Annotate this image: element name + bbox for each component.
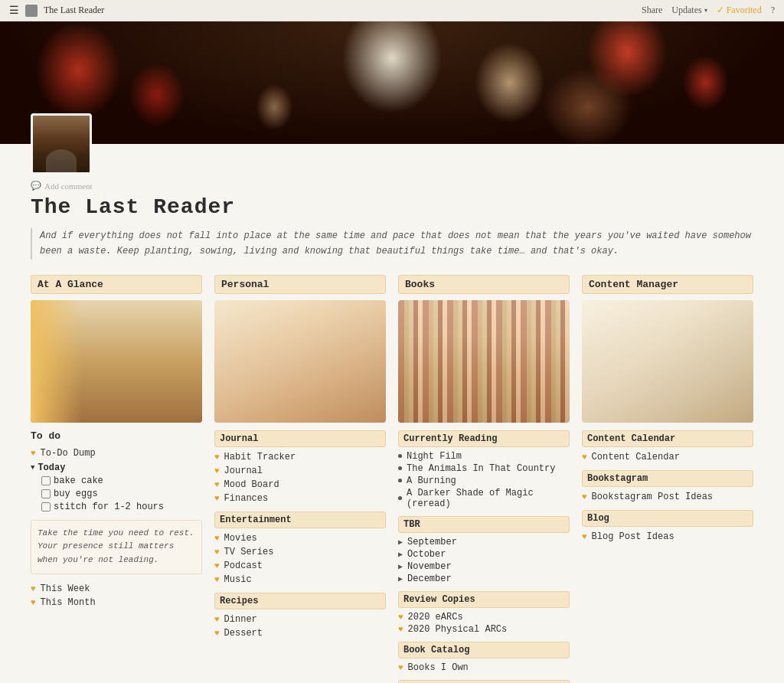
chevron-down-icon: ▾ — [704, 7, 707, 14]
heart-icon: ♥ — [214, 561, 220, 570]
habit-tracker-item[interactable]: ♥ Habit Tracker — [214, 450, 386, 464]
checkbox-3[interactable] — [41, 502, 51, 511]
dinner-item[interactable]: ♥ Dinner — [214, 613, 386, 626]
page-title: The Last Reader — [31, 195, 753, 219]
avatar — [31, 113, 92, 175]
heart-icon: ♥ — [398, 625, 403, 634]
heart-icon: ♥ — [214, 575, 220, 584]
content-area: 💬 Add comment The Last Reader And if eve… — [0, 181, 784, 683]
triangle-icon: ▼ — [31, 464, 34, 472]
tbr-header: TBR — [398, 516, 570, 533]
notion-logo — [25, 5, 38, 17]
movies-item[interactable]: ♥ Movies — [214, 531, 386, 545]
add-comment-button[interactable]: 💬 Add comment — [31, 181, 753, 191]
bullet-icon — [398, 479, 402, 482]
this-month-link[interactable]: ♥ This Month — [31, 596, 202, 609]
book-animals[interactable]: The Animals In That Country — [398, 462, 570, 475]
banner-overlay — [0, 21, 784, 144]
currently-reading-header: Currently Reading — [398, 430, 570, 447]
updates-button[interactable]: Updates ▾ — [671, 5, 707, 16]
at-a-glance-column: At A Glance To do ♥ To-Do Dump ▼ Today b… — [31, 275, 202, 609]
banner — [0, 21, 784, 144]
entertainment-header: Entertainment — [214, 511, 386, 528]
books-i-own-item[interactable]: ♥ Books I Own — [398, 662, 570, 674]
heart-icon: ♥ — [582, 492, 587, 502]
bookshelf-photo — [398, 300, 570, 423]
books-column: Books Currently Reading Night Film The A… — [398, 275, 570, 683]
share-button[interactable]: Share — [642, 5, 662, 16]
page-subtitle: And if everything does not fall into pla… — [31, 228, 753, 260]
heart-icon: ♥ — [214, 480, 220, 489]
blog-post-ideas-item[interactable]: ♥ Blog Post Ideas — [582, 530, 753, 544]
checkmark-icon: ✓ — [717, 5, 724, 16]
todo-dump-item[interactable]: ♥ To-Do Dump — [31, 446, 202, 460]
bedroom-photo — [214, 300, 386, 423]
nav-left: ☰ The Last Reader — [9, 4, 104, 17]
journal-item[interactable]: ♥ Journal — [214, 464, 386, 478]
this-week-link[interactable]: ♥ This Week — [31, 582, 202, 596]
heart-icon: ♥ — [582, 453, 587, 462]
book-darker-shade[interactable]: A Darker Shade of Magic (reread) — [398, 487, 570, 510]
book-burning[interactable]: A Burning — [398, 475, 570, 487]
help-button[interactable]: ? — [771, 5, 775, 16]
tbr-december[interactable]: ▶ December — [398, 573, 570, 585]
heart-icon: ♥ — [214, 615, 220, 624]
book-catalog-header: Book Catalog — [398, 642, 570, 658]
content-calendar-item[interactable]: ♥ Content Calendar — [582, 450, 753, 464]
hamburger-icon[interactable]: ☰ — [9, 4, 19, 17]
reading-log-header: Reading Log — [398, 680, 570, 683]
todo-item-3[interactable]: stitch for 1-2 hours — [41, 502, 202, 512]
heart-icon-week: ♥ — [31, 584, 36, 593]
todo-item-1[interactable]: bake cake — [41, 475, 202, 486]
tbr-september[interactable]: ▶ September — [398, 536, 570, 548]
dessert-item[interactable]: ♥ Dessert — [214, 626, 386, 640]
heart-icon: ♥ — [398, 663, 403, 672]
nav-title: The Last Reader — [44, 5, 104, 16]
mood-board-item[interactable]: ♥ Mood Board — [214, 478, 386, 492]
heart-icon: ♥ — [214, 453, 220, 462]
content-manager-header: Content Manager — [582, 275, 753, 294]
nav-right: Share Updates ▾ ✓ Favorited ? — [642, 5, 775, 16]
living-room-photo — [31, 300, 202, 423]
todo-item-2[interactable]: buy eggs — [41, 489, 202, 499]
tbr-october[interactable]: ▶ October — [398, 548, 570, 560]
checkbox-1[interactable] — [41, 476, 51, 485]
personal-header: Personal — [214, 275, 386, 294]
podcast-item[interactable]: ♥ Podcast — [214, 559, 386, 573]
today-label: ▼ Today — [31, 462, 202, 473]
arrow-icon: ▶ — [398, 574, 403, 583]
week-links: ♥ This Week ♥ This Month — [31, 582, 202, 609]
avatar-image — [33, 116, 90, 172]
heart-icon: ♥ — [214, 466, 220, 475]
review-copies-header: Review Copies — [398, 591, 570, 608]
bookstagram-post-ideas-item[interactable]: ♥ Bookstagram Post Ideas — [582, 490, 753, 504]
favorited-button[interactable]: ✓ Favorited — [717, 5, 762, 16]
heart-icon: ♥ — [582, 532, 587, 541]
arrow-icon: ▶ — [398, 550, 403, 559]
tbr-november[interactable]: ▶ November — [398, 560, 570, 573]
heart-icon-month: ♥ — [31, 598, 36, 607]
heart-icon: ♥ — [214, 629, 220, 638]
bullet-icon — [398, 496, 402, 500]
content-calendar-header: Content Calendar — [582, 430, 753, 447]
heart-icon: ♥ — [398, 613, 403, 622]
earcs-item[interactable]: ♥ 2020 eARCs — [398, 611, 570, 623]
bookstagram-header: Bookstagram — [582, 470, 753, 487]
bullet-icon — [398, 454, 402, 458]
arrow-icon: ▶ — [398, 562, 403, 571]
top-nav: ☰ The Last Reader Share Updates ▾ ✓ Favo… — [0, 0, 784, 21]
finances-item[interactable]: ♥ Finances — [214, 492, 386, 505]
journal-header: Journal — [214, 430, 386, 447]
bullet-icon — [398, 466, 402, 470]
comment-icon: 💬 — [31, 181, 41, 191]
tv-series-item[interactable]: ♥ TV Series — [214, 545, 386, 559]
todo-header: To do — [31, 430, 202, 442]
music-item[interactable]: ♥ Music — [214, 573, 386, 587]
heart-icon: ♥ — [214, 547, 220, 557]
checkbox-2[interactable] — [41, 489, 51, 498]
books-header: Books — [398, 275, 570, 294]
physical-arcs-item[interactable]: ♥ 2020 Physical ARCs — [398, 623, 570, 636]
arrow-icon: ▶ — [398, 538, 403, 547]
main-columns: At A Glance To do ♥ To-Do Dump ▼ Today b… — [31, 275, 753, 683]
book-night-film[interactable]: Night Film — [398, 450, 570, 462]
